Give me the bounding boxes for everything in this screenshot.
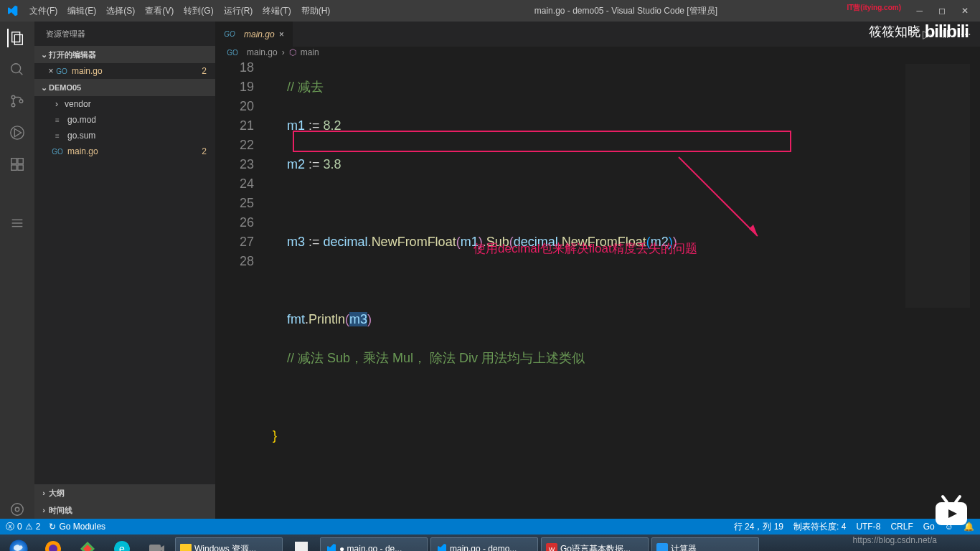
watermark-csdn: https://blog.csdn.net/a: [853, 535, 937, 545]
search-icon[interactable]: [8, 60, 27, 79]
taskbar-vscode-2[interactable]: main.go - demo...: [430, 537, 538, 551]
code-editor[interactable]: 1819202122232425262728 // 减去 m1 := 8.2 m…: [215, 58, 980, 542]
menu-file[interactable]: 文件(F): [24, 5, 62, 17]
editor-area: GO main.go × ▷ ⫼ ⋯ GO main.go › ⬡ main 1…: [215, 22, 980, 519]
watermark-tv-icon: [930, 494, 973, 532]
browser-icon[interactable]: e: [106, 537, 138, 551]
firefox-icon[interactable]: [37, 537, 69, 551]
line-gutter: 1819202122232425262728: [215, 58, 270, 542]
extensions-icon[interactable]: [8, 155, 27, 174]
outline-section[interactable]: ›大纲: [34, 484, 215, 501]
close-editor-icon[interactable]: ×: [46, 66, 56, 76]
tab-bar: GO main.go × ▷ ⫼ ⋯: [215, 22, 980, 47]
go-file-icon: GO: [52, 146, 63, 157]
svg-marker-7: [14, 129, 21, 137]
taskbar-vscode-1[interactable]: ● main.go - de...: [320, 537, 428, 551]
svg-point-4: [11, 95, 15, 99]
svg-line-37: [956, 496, 960, 502]
modified-badge: 2: [202, 66, 207, 76]
gomod-label: go.mod: [67, 115, 96, 125]
file-maingo[interactable]: GOmain.go2: [34, 143, 215, 159]
source-control-icon[interactable]: [8, 92, 27, 110]
menu-view[interactable]: 查看(V): [140, 5, 179, 17]
svg-rect-9: [11, 159, 17, 164]
breadcrumb-file[interactable]: main.go: [247, 47, 278, 57]
file-gosum[interactable]: ≡go.sum: [34, 128, 215, 143]
open-editor-file[interactable]: × GO main.go 2: [34, 63, 215, 79]
start-button[interactable]: [3, 537, 34, 551]
status-errors[interactable]: ⓧ 0 ⚠ 2: [6, 521, 40, 533]
maximize-icon[interactable]: ◻: [938, 6, 946, 16]
maingo-label: main.go: [67, 146, 98, 156]
app-icon-1[interactable]: [72, 537, 103, 551]
watermark-itying: IT营(itying.com): [847, 3, 901, 13]
breadcrumb[interactable]: GO main.go › ⬡ main: [215, 47, 980, 58]
title-bar: 文件(F) 编辑(E) 选择(S) 查看(V) 转到(G) 运行(R) 终端(T…: [0, 0, 980, 22]
annotation-text: 使用decimal包来解决float精度丢失的问题: [473, 239, 697, 258]
bilibili-logo: bilibili: [925, 22, 969, 42]
editor-tab[interactable]: GO main.go ×: [215, 22, 293, 47]
svg-rect-0: [12, 32, 20, 42]
open-file-name: main.go: [72, 66, 103, 76]
taskbar-notepad[interactable]: [286, 537, 317, 551]
cube-icon: ⬡: [289, 47, 296, 57]
svg-rect-10: [18, 159, 23, 164]
svg-rect-1: [14, 34, 22, 44]
menu-help[interactable]: 帮助(H): [296, 5, 336, 17]
activity-bar: [0, 22, 34, 519]
breadcrumb-symbol[interactable]: main: [301, 47, 319, 57]
gosum-label: go.sum: [67, 131, 95, 141]
code-content[interactable]: // 减去 m1 := 8.2 m2 := 3.8 m3 := decimal.…: [270, 58, 980, 542]
windows-taskbar: e Windows 资源... ● main.go - de... main.g…: [0, 534, 980, 551]
debug-icon[interactable]: [8, 123, 27, 142]
status-go-modules[interactable]: ↻ Go Modules: [49, 522, 105, 532]
project-name: DEMO05: [49, 83, 81, 92]
svg-line-36: [943, 496, 947, 502]
explorer-icon[interactable]: [7, 29, 26, 47]
svg-rect-11: [11, 165, 17, 170]
minimap[interactable]: [905, 64, 970, 308]
svg-point-2: [11, 64, 21, 73]
svg-text:e: e: [119, 543, 125, 551]
timeline-label: 时间线: [49, 505, 72, 516]
camera-icon[interactable]: [141, 537, 172, 551]
menu-select[interactable]: 选择(S): [101, 5, 140, 17]
go-file-icon: GO: [224, 29, 235, 40]
file-icon: ≡: [52, 114, 63, 126]
file-icon: ≡: [52, 130, 63, 141]
svg-rect-31: [295, 542, 308, 551]
file-gomod[interactable]: ≡go.mod: [34, 112, 215, 128]
taskbar-calculator[interactable]: 计算器: [651, 537, 759, 551]
svg-point-5: [11, 103, 15, 107]
close-icon[interactable]: ✕: [961, 6, 969, 16]
modified-badge: 2: [202, 146, 207, 156]
folder-vendor[interactable]: ›vendor: [34, 96, 215, 112]
svg-rect-12: [18, 165, 23, 170]
settings-icon[interactable]: [8, 500, 27, 519]
svg-text:W: W: [549, 546, 555, 551]
timeline-section[interactable]: ›时间线: [34, 501, 215, 519]
list-icon[interactable]: [8, 214, 27, 232]
explorer-header: 资源管理器: [34, 22, 215, 46]
project-section[interactable]: ⌄DEMO05: [34, 79, 215, 96]
taskbar-explorer[interactable]: Windows 资源...: [175, 537, 283, 551]
menu-edit[interactable]: 编辑(E): [62, 5, 101, 17]
svg-point-6: [19, 100, 23, 103]
go-file-icon: GO: [56, 65, 67, 77]
svg-line-3: [19, 72, 23, 75]
svg-rect-34: [656, 543, 668, 551]
taskbar-wps[interactable]: WGo语言基本数据...: [541, 537, 649, 551]
close-tab-icon[interactable]: ×: [279, 29, 284, 39]
svg-point-16: [15, 507, 19, 512]
svg-rect-30: [180, 544, 192, 551]
menu-go[interactable]: 转到(G): [179, 5, 218, 17]
svg-marker-29: [161, 545, 164, 551]
vscode-icon: [6, 4, 19, 17]
go-file-icon: GO: [227, 47, 238, 58]
outline-label: 大纲: [49, 488, 65, 499]
minimize-icon[interactable]: ─: [916, 6, 923, 16]
svg-rect-28: [149, 545, 161, 551]
open-editors-section[interactable]: ⌄打开的编辑器: [34, 46, 215, 63]
menu-run[interactable]: 运行(R): [219, 5, 258, 17]
menu-terminal[interactable]: 终端(T): [258, 5, 296, 17]
